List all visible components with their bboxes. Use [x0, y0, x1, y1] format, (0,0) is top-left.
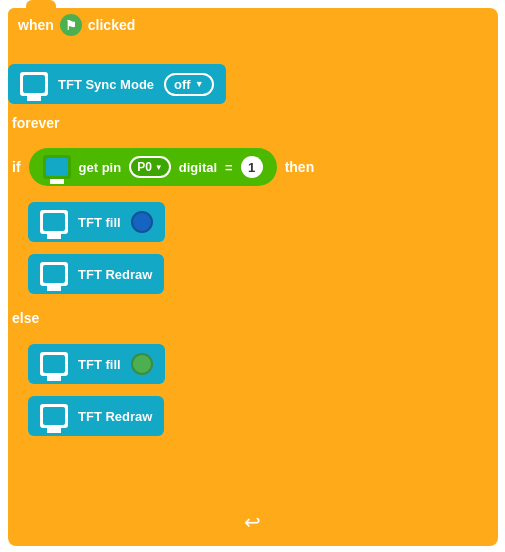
tv-icon-redraw-1: [40, 262, 68, 286]
equals-sign: =: [225, 160, 233, 175]
spacer-5: [8, 334, 498, 344]
redo-icon: ↩: [244, 510, 261, 534]
tft-sync-block: TFT Sync Mode off: [8, 64, 226, 104]
then-label: then: [285, 159, 315, 175]
tv-icon-condition: [43, 155, 71, 179]
mode-dropdown[interactable]: off: [164, 73, 214, 96]
tft-fill-blue-block: TFT fill: [28, 202, 165, 242]
flag-icon: [60, 14, 82, 36]
tft-redraw-1-block: TFT Redraw: [28, 254, 164, 294]
tv-icon-sync: [20, 72, 48, 96]
tft-fill-blue-label: TFT fill: [78, 215, 121, 230]
tv-icon-fill-green: [40, 352, 68, 376]
spacer-2: [8, 190, 498, 202]
when-label: when: [18, 17, 54, 33]
spacer-4: [8, 300, 498, 310]
clicked-label: clicked: [88, 17, 135, 33]
equals-value: 1: [248, 160, 255, 175]
scratch-editor: when clicked TFT Sync Mode off forever i…: [0, 0, 505, 552]
tv-icon-fill-blue: [40, 210, 68, 234]
pin-dropdown[interactable]: P0: [129, 156, 171, 178]
if-label: if: [12, 159, 21, 175]
tft-redraw-2-block: TFT Redraw: [28, 396, 164, 436]
mode-value: off: [174, 77, 191, 92]
tft-redraw-1-label: TFT Redraw: [78, 267, 152, 282]
equals-circle: 1: [241, 156, 263, 178]
blue-color-circle[interactable]: [131, 211, 153, 233]
digital-label: digital: [179, 160, 217, 175]
tv-icon-redraw-2: [40, 404, 68, 428]
pin-value: P0: [137, 160, 152, 174]
green-color-circle[interactable]: [131, 353, 153, 375]
tft-redraw-2-label: TFT Redraw: [78, 409, 152, 424]
condition-block: get pin P0 digital = 1: [29, 148, 277, 186]
if-row: if get pin P0 digital = 1 then: [12, 148, 314, 186]
tft-sync-label: TFT Sync Mode: [58, 77, 154, 92]
tft-fill-green-label: TFT fill: [78, 357, 121, 372]
tft-fill-green-block: TFT fill: [28, 344, 165, 384]
when-clicked-block: when clicked: [8, 8, 149, 42]
get-pin-label: get pin: [79, 160, 122, 175]
forever-label: forever: [12, 115, 59, 131]
else-label: else: [12, 310, 39, 326]
